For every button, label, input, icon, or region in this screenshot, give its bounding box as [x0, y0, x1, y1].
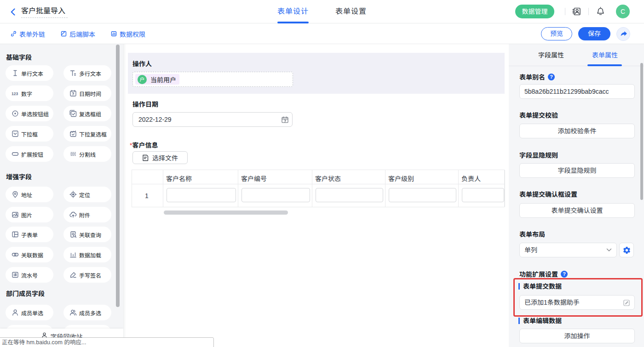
svg-text:123: 123	[12, 91, 18, 96]
